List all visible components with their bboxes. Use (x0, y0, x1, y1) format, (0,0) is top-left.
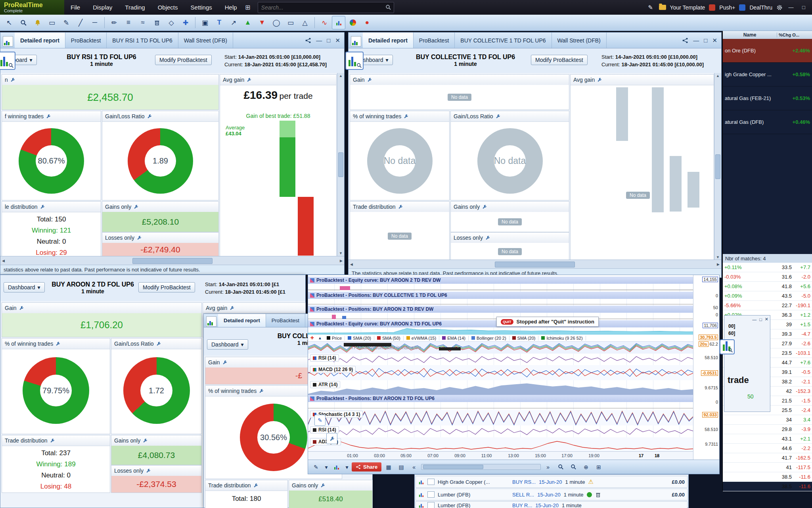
pointer-tool-icon[interactable]: ↖ (2, 16, 16, 29)
wrench-icon[interactable] (146, 468, 151, 473)
window-close-icon[interactable]: ✕ (335, 37, 340, 44)
tab-strategy[interactable]: BUY RSI 1 TD FOL UP6 (107, 33, 178, 48)
panel-header-positions-folup6[interactable]: ProBacktest - Positions: BUY AROON 2 TD … (308, 395, 698, 402)
atr-plot[interactable]: ATR (14) (308, 380, 694, 395)
panel-header-equity-revdw[interactable]: ProBacktest - Equity curve: BUY AROON 2 … (308, 277, 698, 284)
order-strategy[interactable]: BUY RS... (512, 479, 536, 485)
table-row[interactable]: -5.66%22.7-190.1 (723, 301, 812, 310)
legend-sma20b[interactable]: SMA (20) (509, 336, 539, 341)
window-maximize-icon[interactable]: □ (799, 3, 808, 12)
wrench-icon[interactable] (482, 204, 487, 209)
arrow-up-tool-icon[interactable]: ▲ (241, 16, 255, 29)
chevron-down-icon[interactable]: ▾ (323, 462, 329, 473)
calendar-icon[interactable] (427, 491, 435, 498)
grid-view-icon[interactable]: ▦ (383, 462, 394, 473)
menu-display[interactable]: Display (86, 0, 119, 15)
hidden-report-window-fragment[interactable]: — □ ✕ 00] 60] trade 50 (724, 315, 770, 412)
legend-bollinger[interactable]: Bollinger (20 2) (469, 336, 509, 341)
wrench-icon[interactable] (259, 389, 264, 393)
watchlist-row[interactable]: atural Gas (DFB) +0.46% (723, 110, 812, 134)
rsi-plot[interactable]: RSI (14) (308, 354, 694, 366)
table-row[interactable]: 29.8-3.9 (723, 425, 812, 434)
legend-price[interactable]: Price (324, 336, 345, 341)
floating-settings-button[interactable] (326, 433, 337, 444)
calendar-icon[interactable] (427, 479, 435, 485)
table-row[interactable]: -0.03%31.6-2.0 (723, 272, 812, 282)
vertical-scrollbar[interactable]: ▲▼ (337, 73, 344, 256)
horizontal-scrollbar[interactable]: ◀▶ (0, 256, 344, 265)
indicator-list-icon[interactable]: ≡ (122, 16, 135, 29)
wrench-icon[interactable] (156, 341, 161, 346)
wrench-icon[interactable] (496, 114, 500, 119)
table-row[interactable]: 41.7-162.5 (723, 453, 812, 463)
wrench-icon[interactable] (19, 306, 24, 310)
wrench-icon[interactable] (247, 77, 251, 82)
rsi2-plot[interactable]: RSI (14) (308, 425, 694, 438)
alerts-bell-icon[interactable] (31, 16, 44, 29)
menu-trading[interactable]: Trading (119, 0, 151, 15)
zone-tool-icon[interactable]: ▭ (284, 16, 297, 29)
menu-objects[interactable]: Objects (151, 0, 184, 15)
modify-probacktest-button[interactable]: Modify ProBacktest (138, 282, 195, 292)
chevron-down-icon[interactable]: ▾ (344, 462, 350, 473)
legend-evwma15[interactable]: eVWMA (15) (404, 336, 439, 341)
window-minimize-icon[interactable]: — (787, 3, 795, 12)
window-minimize-icon[interactable]: — (316, 37, 322, 44)
add-indicator-icon[interactable]: ✚ (308, 335, 316, 342)
global-search[interactable] (258, 2, 394, 13)
tab-probacktest[interactable]: ProBacktest (266, 314, 305, 327)
duplicate-icon[interactable]: ▣ (198, 16, 212, 29)
table-row[interactable]: 43.1+2.1 (723, 434, 812, 444)
window-close-icon[interactable]: ✕ (765, 317, 768, 322)
table-row[interactable]: 38.5-11.6 (723, 472, 812, 482)
macd-chip[interactable]: MACD (12 26 9) (310, 366, 356, 373)
legend-sma20[interactable]: SMA (20) (345, 336, 374, 341)
legend-sma50[interactable]: SMA (50) (374, 336, 404, 341)
record-icon[interactable]: ● (360, 16, 374, 29)
wrench-icon[interactable] (56, 341, 60, 346)
zoom-in-icon[interactable] (568, 462, 579, 473)
table-row[interactable]: 44.6-2.2 (723, 444, 812, 453)
table-row[interactable]: 343.4 (723, 415, 812, 425)
wrench-icon[interactable] (137, 235, 142, 240)
chart-hscrollbar[interactable] (421, 464, 541, 470)
window-titlebar[interactable]: Detailed report ProBacktest BUY COLLECTI… (349, 33, 721, 48)
wrench-icon[interactable] (40, 204, 45, 209)
move-tool-icon[interactable]: ✚ (179, 16, 192, 29)
vertical-scrollbar[interactable]: ▲▼ (714, 73, 721, 260)
line-chart-icon[interactable]: ∿ (318, 16, 331, 29)
tab-detailed-report[interactable]: Detailed report (363, 33, 414, 48)
legend-ichimoku[interactable]: Ichimoku (9 26 52) (538, 336, 586, 341)
tab-detailed-report[interactable]: Detailed report (218, 314, 266, 327)
bar-chart-icon[interactable] (332, 16, 345, 29)
modify-probacktest-button[interactable]: Modify ProBacktest (531, 55, 588, 65)
modify-probacktest-button[interactable]: Modify ProBacktest (155, 55, 212, 65)
pencil-tools-icon[interactable]: ✏ (107, 16, 121, 29)
horizontal-line-tool-icon[interactable]: ─ (88, 16, 102, 29)
macd-plot[interactable]: MACD (12 26 9) (308, 365, 694, 381)
wrench-icon[interactable] (485, 235, 490, 240)
window-maximize-icon[interactable]: □ (759, 317, 762, 322)
trend-arrow-icon[interactable]: ↗ (227, 16, 240, 29)
wrench-icon[interactable] (320, 483, 325, 488)
chart-shortcut-icon[interactable] (418, 479, 424, 485)
edit-template-icon[interactable]: ✎ (646, 3, 655, 12)
search-input[interactable] (260, 4, 385, 11)
order-row[interactable]: Lumber (DFB) BUY R... 15-Jun-20 1 minute (416, 501, 688, 508)
push-button[interactable]: Push+ (719, 4, 735, 11)
eraser-tool-icon[interactable]: ▭ (45, 16, 59, 29)
chart-shortcut-icon[interactable] (418, 492, 424, 498)
legend-ema14[interactable]: EMA (14) (439, 336, 469, 341)
wrench-icon[interactable] (367, 77, 372, 82)
table-row[interactable]: +0.09%43.5-5.0 (723, 291, 812, 301)
tab-detailed-report[interactable]: Detailed report (15, 33, 65, 48)
order-row[interactable]: Lumber (DFB) SELL R... 15-Jun-20 1 minut… (416, 489, 688, 500)
wrench-icon[interactable] (10, 77, 15, 82)
your-template-button[interactable]: Your Template (670, 4, 705, 11)
table-row[interactable]: +0.11%33.5+7.7 (723, 263, 812, 272)
window-minimize-icon[interactable]: — (693, 37, 699, 44)
share-icon[interactable] (305, 37, 311, 44)
crosshair-icon[interactable]: ⊕ (580, 462, 592, 473)
wrench-icon[interactable] (222, 360, 227, 365)
table-row[interactable]: +0.08%41.8+5.6 (723, 282, 812, 291)
